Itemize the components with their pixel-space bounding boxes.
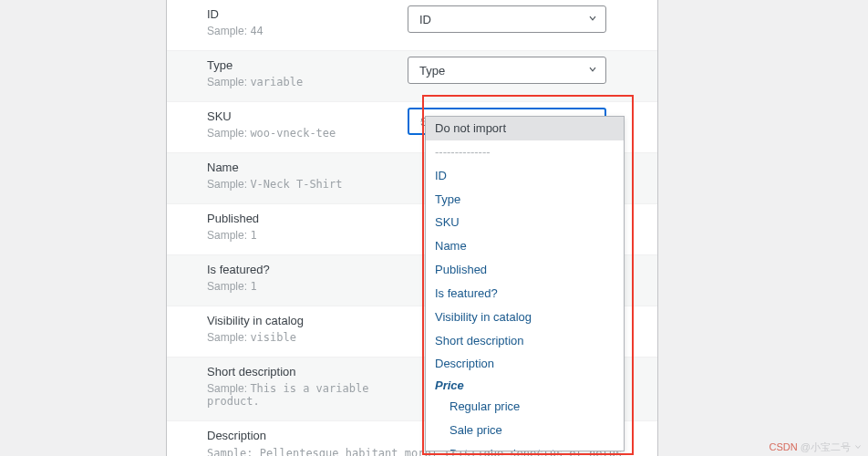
- watermark: CSDN @小宝二号: [770, 440, 863, 454]
- dropdown-option-published[interactable]: Published: [426, 258, 624, 282]
- dropdown-option-is-featured[interactable]: Is featured?: [426, 282, 624, 306]
- field-label: Name: [207, 161, 400, 174]
- chevron-down-icon: [587, 64, 598, 78]
- dropdown-option-regular-price[interactable]: Regular price: [426, 395, 624, 419]
- field-sample: Sample: variable: [207, 76, 400, 88]
- field-label: ID: [207, 7, 400, 21]
- dropdown-option-visibility[interactable]: Visibility in catalog: [426, 306, 624, 329]
- dropdown-option-do-not-import[interactable]: Do not import: [426, 117, 624, 140]
- dropdown-separator: --------------: [426, 140, 624, 164]
- dropdown-option-description[interactable]: Description: [426, 352, 624, 376]
- field-row-id: ID Sample: 44 ID: [167, 0, 657, 51]
- field-label: Is featured?: [207, 263, 400, 276]
- field-sample: Sample: 1: [207, 280, 400, 293]
- field-sample: Sample: V-Neck T-Shirt: [207, 178, 400, 191]
- dropdown-option-type[interactable]: Type: [426, 188, 624, 212]
- dropdown-option-name[interactable]: Name: [426, 234, 624, 258]
- field-label: Short description: [207, 365, 400, 378]
- field-label: Type: [207, 58, 400, 72]
- dropdown-option-short-description[interactable]: Short description: [426, 329, 624, 353]
- field-sample: Sample: visible: [207, 331, 400, 344]
- mapping-select-type[interactable]: Type: [408, 57, 606, 84]
- field-sample: Sample: woo-vneck-tee: [207, 127, 400, 140]
- field-label: Visibility in catalog: [207, 314, 400, 327]
- field-sample: Sample: This is a variable product.: [207, 382, 400, 408]
- dropdown-option-sku[interactable]: SKU: [426, 211, 624, 234]
- mapping-select-id[interactable]: ID: [408, 5, 606, 33]
- select-value: Type: [419, 64, 445, 78]
- field-sample: Sample: 1: [207, 229, 400, 242]
- field-label: SKU: [207, 109, 400, 123]
- mapping-dropdown-list[interactable]: Do not import -------------- ID Type SKU…: [426, 117, 624, 451]
- dropdown-option-date-sale-starts[interactable]: Date sale price starts: [426, 442, 624, 451]
- select-value: ID: [419, 13, 431, 26]
- dropdown-option-id[interactable]: ID: [426, 164, 624, 188]
- chevron-down-icon: [587, 13, 598, 26]
- mapping-dropdown: Do not import -------------- ID Type SKU…: [425, 116, 625, 451]
- dropdown-option-sale-price[interactable]: Sale price: [426, 419, 624, 442]
- field-sample: Sample: 44: [207, 25, 400, 37]
- field-label: Published: [207, 212, 400, 225]
- dropdown-group-price: Price: [426, 376, 624, 395]
- field-row-type: Type Sample: variable Type: [167, 51, 657, 102]
